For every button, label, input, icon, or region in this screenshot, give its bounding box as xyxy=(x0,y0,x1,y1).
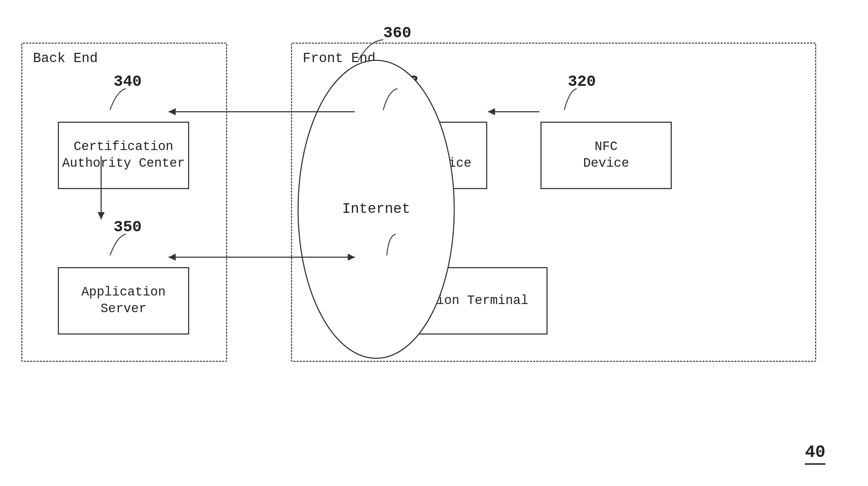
back-end-region: Back End CertificationAuthority Center A… xyxy=(21,43,227,362)
nfc-device-box: NFCDevice xyxy=(540,122,672,189)
figure-number: 40 xyxy=(805,443,825,465)
app-terminal-box: Application Terminal xyxy=(356,267,548,335)
app-terminal-label: Application Terminal xyxy=(375,293,528,309)
ref-360: 360 xyxy=(383,24,411,42)
app-server-box: Application Server xyxy=(58,267,189,335)
ref-340: 340 xyxy=(114,73,142,90)
ref-350: 350 xyxy=(114,218,142,236)
cert-auth-box: CertificationAuthority Center xyxy=(58,122,189,189)
diagram-container: Back End CertificationAuthority Center A… xyxy=(0,0,868,486)
ref-322: 322 xyxy=(390,73,418,90)
cert-auth-label: CertificationAuthority Center xyxy=(62,139,185,172)
nfc-device-label: NFCDevice xyxy=(583,139,629,172)
app-server-label: Application Server xyxy=(59,284,188,317)
back-end-label: Back End xyxy=(33,51,98,66)
front-end-region: Front End RFIDReader Device NFCDevice Ap… xyxy=(291,43,816,362)
front-end-label: Front End xyxy=(303,51,375,66)
ref-320: 320 xyxy=(568,73,596,90)
rfid-reader-label: RFIDReader Device xyxy=(372,139,472,172)
ref-324: 324 xyxy=(387,218,415,236)
rfid-reader-box: RFIDReader Device xyxy=(356,122,487,189)
